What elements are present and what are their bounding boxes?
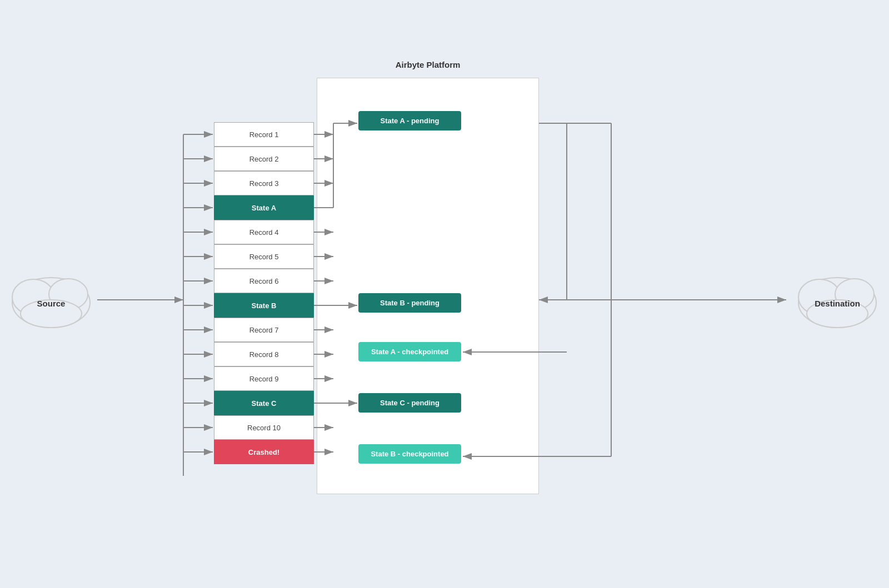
queue-stateC: State C [214, 391, 314, 415]
queue-record1: Record 1 [214, 122, 314, 147]
source-cloud: Source [3, 261, 100, 339]
queue-record6: Record 6 [214, 269, 314, 293]
diagram-container: Airbyte Platform State A - pending State… [0, 0, 889, 588]
queue-record5: Record 5 [214, 244, 314, 269]
queue-record4: Record 4 [214, 220, 314, 244]
destination-cloud: Destination [789, 261, 886, 339]
svg-text:Source: Source [37, 299, 66, 308]
queue-stateB: State B [214, 293, 314, 318]
state-a-checkpointed: State A - checkpointed [358, 342, 461, 361]
state-c-pending: State C - pending [358, 393, 461, 413]
queue-record8: Record 8 [214, 342, 314, 366]
svg-text:Destination: Destination [815, 299, 860, 308]
state-b-checkpointed: State B - checkpointed [358, 444, 461, 464]
queue-record9: Record 9 [214, 366, 314, 391]
queue-column: Record 1 Record 2 Record 3 State A Recor… [214, 122, 314, 464]
queue-crashed: Crashed! [214, 440, 314, 464]
queue-record2: Record 2 [214, 147, 314, 171]
queue-record10: Record 10 [214, 415, 314, 440]
queue-record3: Record 3 [214, 171, 314, 195]
queue-record7: Record 7 [214, 318, 314, 342]
platform-title: Airbyte Platform [317, 60, 539, 69]
platform-box [317, 78, 539, 494]
queue-stateA: State A [214, 195, 314, 220]
state-b-pending: State B - pending [358, 293, 461, 313]
state-a-pending: State A - pending [358, 111, 461, 130]
